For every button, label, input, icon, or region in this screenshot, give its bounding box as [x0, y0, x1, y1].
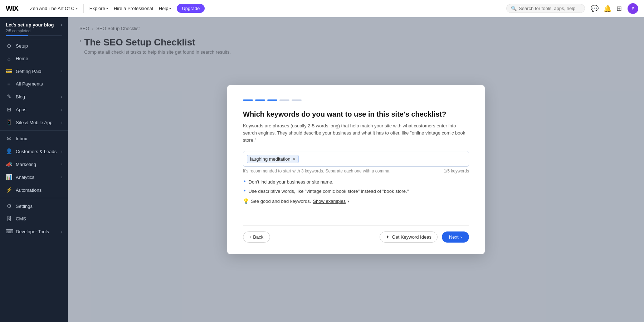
keywords-meta: It's recommended to start with 3 keyword… — [243, 169, 469, 174]
site-name: Zen And The Art Of C — [30, 6, 74, 11]
nav-divider-2 — [83, 4, 84, 13]
dialog-overlay: Which keywords do you want to use in thi… — [68, 17, 644, 322]
sidebar-progress-fill — [6, 35, 28, 36]
customers-icon: 👤 — [6, 148, 12, 155]
explore-link[interactable]: Explore ▾ — [89, 6, 108, 11]
keyword-ideas-label: Get Keyword Ideas — [392, 234, 431, 240]
sidebar-item-inbox[interactable]: ✉ Inbox — [0, 132, 68, 145]
keywords-count: 1/5 keywords — [444, 169, 469, 174]
show-examples-chevron: ▾ — [347, 199, 349, 203]
site-selector[interactable]: Zen And The Art Of C ▾ — [30, 6, 78, 11]
sidebar-progress-label: 2/5 completed — [6, 29, 62, 33]
next-arrow-icon: › — [460, 234, 462, 240]
sidebar-item-label: Setup — [16, 43, 28, 49]
sidebar-item-label: Customers & Leads — [16, 149, 57, 154]
sidebar-item-automations[interactable]: ⚡ Automations — [0, 184, 68, 196]
keywords-input-area[interactable]: laughing meditation ✕ — [243, 151, 469, 167]
sidebar-item-home[interactable]: ⌂ Home — [0, 52, 68, 65]
search-icon: 🔍 — [511, 6, 517, 11]
upgrade-button[interactable]: Upgrade — [177, 4, 205, 13]
sidebar: Let's set up your blog › 2/5 completed ⊙… — [0, 17, 68, 322]
bell-icon[interactable]: 🔔 — [604, 5, 611, 13]
marketing-chevron: › — [61, 162, 62, 166]
chat-icon[interactable]: 💬 — [591, 5, 599, 13]
show-examples: 💡 See good and bad keywords. Show exampl… — [243, 198, 469, 204]
sidebar-item-developer-tools[interactable]: ⌨ Developer Tools › — [0, 225, 68, 238]
sidebar-item-marketing[interactable]: 📣 Marketing › — [0, 158, 68, 171]
grid-icon[interactable]: ⊞ — [616, 5, 622, 13]
dialog-description: Keywords are phrases (usually 2-5 words … — [243, 122, 469, 144]
sidebar-divider-2 — [0, 198, 68, 198]
home-icon: ⌂ — [6, 55, 12, 62]
dialog-question: Which keywords do you want to use in thi… — [243, 109, 469, 119]
marketing-icon: 📣 — [6, 161, 12, 167]
keyword-ideas-button[interactable]: ✦ Get Keyword Ideas — [380, 231, 438, 243]
sidebar-item-label: Apps — [16, 107, 26, 112]
sidebar-item-cms[interactable]: 🗄 CMS — [0, 213, 68, 225]
search-input[interactable] — [519, 6, 576, 11]
step-1 — [243, 99, 253, 101]
tip-2-bullet: • — [244, 188, 246, 194]
help-chevron: ▾ — [169, 6, 171, 10]
sidebar-item-label: Analytics — [16, 175, 34, 180]
blog-icon: ✎ — [6, 93, 12, 100]
apps-icon: ⊞ — [6, 106, 12, 113]
tip-2: • Use descriptive words, like "vintage c… — [244, 188, 469, 195]
getting-paid-chevron: › — [61, 69, 62, 73]
sidebar-item-label: Home — [16, 56, 28, 61]
sidebar-title: Let's set up your blog › — [6, 22, 62, 28]
developer-tools-icon: ⌨ — [6, 228, 12, 235]
setup-icon: ⊙ — [6, 43, 12, 49]
sidebar-item-label: Getting Paid — [16, 69, 42, 74]
keywords-input[interactable] — [301, 156, 465, 162]
customers-chevron: › — [61, 150, 62, 153]
sidebar-item-getting-paid[interactable]: 💳 Getting Paid › — [0, 65, 68, 78]
keyword-ideas-icon: ✦ — [386, 234, 390, 240]
keyword-dialog: Which keywords do you want to use in thi… — [227, 85, 485, 254]
sidebar-item-customers[interactable]: 👤 Customers & Leads › — [0, 145, 68, 158]
show-examples-link[interactable]: Show examples — [313, 199, 346, 204]
sidebar-item-apps[interactable]: ⊞ Apps › — [0, 103, 68, 116]
settings-icon: ⚙ — [6, 203, 12, 209]
back-button[interactable]: ‹ Back — [243, 231, 270, 243]
automations-icon: ⚡ — [6, 187, 12, 193]
next-button[interactable]: Next › — [442, 231, 469, 243]
apps-chevron: › — [61, 108, 62, 112]
sidebar-item-settings[interactable]: ⚙ Settings — [0, 200, 68, 213]
tip-1-text: Don't include your business or site name… — [249, 179, 333, 186]
sidebar-item-label: Automations — [16, 187, 42, 193]
main-content: SEO › SEO Setup Checklist ‹ The SEO Setu… — [68, 17, 644, 322]
sidebar-item-site-mobile[interactable]: 📱 Site & Mobile App › — [0, 116, 68, 129]
sidebar-item-label: Settings — [16, 204, 33, 209]
sidebar-item-label: Developer Tools — [16, 229, 49, 234]
next-label: Next — [449, 234, 459, 240]
keyword-tag-remove[interactable]: ✕ — [292, 157, 296, 161]
site-selector-chevron: ▾ — [76, 6, 78, 10]
sidebar-header-chevron: › — [61, 23, 62, 27]
hire-link[interactable]: Hire a Professional — [114, 6, 153, 11]
sidebar-item-label: CMS — [16, 216, 26, 221]
sidebar-item-label: Site & Mobile App — [16, 120, 53, 125]
lightbulb-icon: 💡 — [243, 198, 249, 204]
sidebar-item-setup[interactable]: ⊙ Setup — [0, 39, 68, 52]
sidebar-item-label: Marketing — [16, 162, 36, 167]
keyword-tag: laughing meditation ✕ — [247, 155, 299, 163]
avatar[interactable]: Y — [628, 3, 638, 14]
sidebar-item-blog[interactable]: ✎ Blog › — [0, 90, 68, 103]
search-bar[interactable]: 🔍 — [506, 4, 585, 13]
tips-list: • Don't include your business or site na… — [243, 179, 469, 195]
nav-icons: 💬 🔔 ⊞ — [591, 5, 622, 13]
dialog-footer: ‹ Back ✦ Get Keyword Ideas Next › — [243, 225, 469, 243]
step-indicator — [243, 99, 469, 101]
nav-divider — [24, 4, 24, 13]
keyword-tag-text: laughing meditation — [250, 156, 291, 162]
sidebar-item-all-payments[interactable]: ≡ All Payments — [0, 78, 68, 90]
tip-2-text: Use descriptive words, like "vintage com… — [249, 188, 409, 195]
keywords-hint: It's recommended to start with 3 keyword… — [243, 169, 390, 174]
all-payments-icon: ≡ — [6, 81, 12, 87]
help-link[interactable]: Help ▾ — [159, 6, 171, 11]
step-2 — [255, 99, 265, 101]
sidebar-header: Let's set up your blog › 2/5 completed — [0, 17, 68, 39]
analytics-chevron: › — [61, 175, 62, 179]
sidebar-item-analytics[interactable]: 📊 Analytics › — [0, 171, 68, 184]
